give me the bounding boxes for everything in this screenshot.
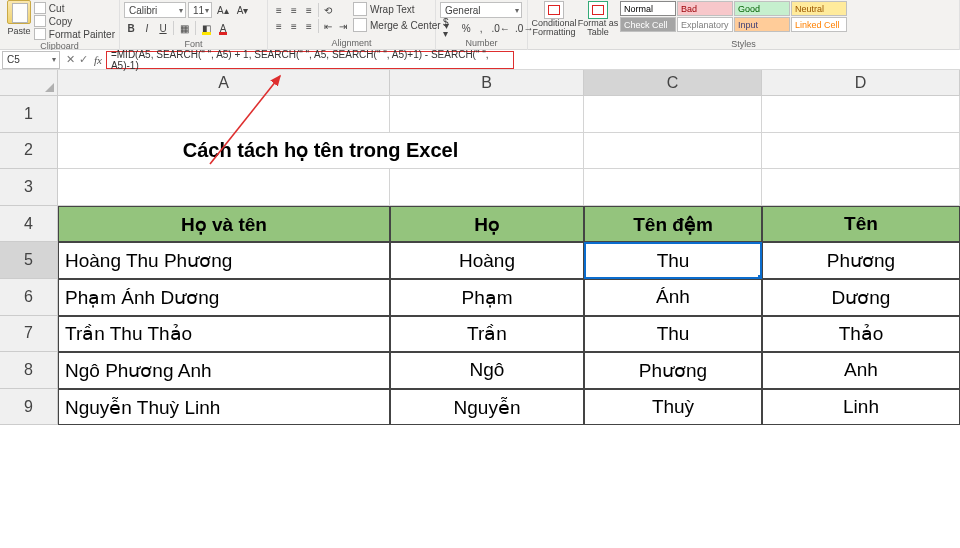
- cell-A1[interactable]: [58, 96, 390, 133]
- cell-style-check-cell[interactable]: Check Cell: [620, 17, 676, 32]
- row-header-6[interactable]: 6: [0, 279, 58, 316]
- cell-D7[interactable]: Thảo: [762, 316, 960, 353]
- currency-button[interactable]: $ ▾: [440, 20, 458, 36]
- cancel-formula-button[interactable]: ✕: [66, 53, 75, 66]
- cell-A2[interactable]: Cách tách họ tên trong Excel: [58, 133, 584, 170]
- font-family-combo[interactable]: Calibri: [124, 2, 186, 18]
- cell-style-input[interactable]: Input: [734, 17, 790, 32]
- align-left-button[interactable]: ≡: [272, 18, 286, 34]
- percent-button[interactable]: %: [459, 20, 473, 36]
- font-size-combo[interactable]: 11: [188, 2, 212, 18]
- cell-A5[interactable]: Hoàng Thu Phương: [58, 242, 390, 279]
- cell-styles-gallery[interactable]: NormalBadGoodNeutralCheck CellExplanator…: [620, 1, 847, 32]
- cell-D4[interactable]: Tên: [762, 206, 960, 243]
- comma-button[interactable]: ,: [474, 20, 488, 36]
- cell-D9[interactable]: Linh: [762, 389, 960, 426]
- cell-B9[interactable]: Nguyễn: [390, 389, 584, 426]
- paste-label: Paste: [7, 26, 30, 36]
- cell-style-explanatory-[interactable]: Explanatory …: [677, 17, 733, 32]
- cell-A9[interactable]: Nguyễn Thuỳ Linh: [58, 389, 390, 426]
- align-center-button[interactable]: ≡: [287, 18, 301, 34]
- cell-A8[interactable]: Ngô Phương Anh: [58, 352, 390, 389]
- copy-button[interactable]: Copy: [34, 15, 115, 27]
- row-header-1[interactable]: 1: [0, 96, 58, 133]
- align-bottom-button[interactable]: ≡: [302, 2, 316, 18]
- column-header-A[interactable]: A: [58, 70, 390, 96]
- row-header-3[interactable]: 3: [0, 169, 58, 206]
- cell-B4[interactable]: Họ: [390, 206, 584, 243]
- cell-D1[interactable]: [762, 96, 960, 133]
- cell-A3[interactable]: [58, 169, 390, 206]
- wrap-text-button[interactable]: Wrap Text: [353, 2, 449, 16]
- paste-icon: [7, 0, 31, 24]
- bold-button[interactable]: B: [124, 20, 138, 36]
- row-header-2[interactable]: 2: [0, 133, 58, 170]
- cell-A4[interactable]: Họ và tên: [58, 206, 390, 243]
- decrease-font-button[interactable]: A▾: [234, 2, 252, 18]
- cell-A7[interactable]: Trần Thu Thảo: [58, 316, 390, 353]
- cell-C4[interactable]: Tên đệm: [584, 206, 762, 243]
- fill-color-button[interactable]: ◧: [199, 20, 214, 36]
- increase-decimal-button[interactable]: .0←: [489, 20, 512, 36]
- row-header-7[interactable]: 7: [0, 316, 58, 353]
- column-header-B[interactable]: B: [390, 70, 584, 96]
- cell-style-neutral[interactable]: Neutral: [791, 1, 847, 16]
- column-header-D[interactable]: D: [762, 70, 960, 96]
- align-right-button[interactable]: ≡: [302, 18, 316, 34]
- cell-D3[interactable]: [762, 169, 960, 206]
- cell-B5[interactable]: Hoàng: [390, 242, 584, 279]
- cell-A6[interactable]: Phạm Ánh Dương: [58, 279, 390, 316]
- cut-button[interactable]: Cut: [34, 2, 115, 14]
- orientation-button[interactable]: ⟲: [321, 2, 335, 18]
- cell-B7[interactable]: Trần: [390, 316, 584, 353]
- number-format-combo[interactable]: General: [440, 2, 522, 18]
- font-color-button[interactable]: A: [216, 20, 230, 36]
- row-header-5[interactable]: 5: [0, 242, 58, 279]
- borders-button[interactable]: ▦: [177, 20, 192, 36]
- select-all-corner[interactable]: [0, 70, 58, 96]
- increase-indent-button[interactable]: ⇥: [336, 18, 350, 34]
- cell-style-bad[interactable]: Bad: [677, 1, 733, 16]
- column-header-C[interactable]: C: [584, 70, 762, 96]
- row-header-4[interactable]: 4: [0, 206, 58, 243]
- cell-D8[interactable]: Anh: [762, 352, 960, 389]
- cell-C5[interactable]: Thu: [584, 242, 762, 279]
- underline-button[interactable]: U: [156, 20, 170, 36]
- increase-font-button[interactable]: A▴: [214, 2, 232, 18]
- cell-C9[interactable]: Thuỳ: [584, 389, 762, 426]
- align-middle-button[interactable]: ≡: [287, 2, 301, 18]
- decrease-indent-button[interactable]: ⇤: [321, 18, 335, 34]
- conditional-formatting-button[interactable]: Conditional Formatting: [532, 1, 576, 38]
- row-header-9[interactable]: 9: [0, 389, 58, 426]
- cell-style-linked-cell[interactable]: Linked Cell: [791, 17, 847, 32]
- cell-style-good[interactable]: Good: [734, 1, 790, 16]
- cell-C6[interactable]: Ánh: [584, 279, 762, 316]
- cell-D2[interactable]: [762, 133, 960, 170]
- cell-style-normal[interactable]: Normal: [620, 1, 676, 16]
- cell-C7[interactable]: Thu: [584, 316, 762, 353]
- format-as-table-button[interactable]: Format as Table: [576, 1, 620, 38]
- group-title-number: Number: [440, 37, 523, 49]
- formula-bar-row: C5 ✕ ✓ fx =MID(A5, SEARCH(" ", A5) + 1, …: [0, 50, 960, 70]
- merge-center-button[interactable]: Merge & Center ▾: [353, 18, 449, 32]
- cell-C1[interactable]: [584, 96, 762, 133]
- row-6: Phạm Ánh DươngPhạmÁnhDương: [58, 279, 960, 316]
- cell-C8[interactable]: Phương: [584, 352, 762, 389]
- row-header-8[interactable]: 8: [0, 352, 58, 389]
- fx-icon[interactable]: fx: [94, 54, 106, 66]
- align-top-button[interactable]: ≡: [272, 2, 286, 18]
- name-box[interactable]: C5: [2, 51, 60, 69]
- paste-button[interactable]: Paste: [4, 0, 34, 36]
- cell-B3[interactable]: [390, 169, 584, 206]
- format-painter-button[interactable]: Format Painter: [34, 28, 115, 40]
- cell-B1[interactable]: [390, 96, 584, 133]
- italic-button[interactable]: I: [140, 20, 154, 36]
- cell-C2[interactable]: [584, 133, 762, 170]
- cell-D5[interactable]: Phương: [762, 242, 960, 279]
- cell-B8[interactable]: Ngô: [390, 352, 584, 389]
- cell-B6[interactable]: Phạm: [390, 279, 584, 316]
- formula-bar[interactable]: =MID(A5, SEARCH(" ", A5) + 1, SEARCH(" "…: [106, 51, 514, 69]
- cell-C3[interactable]: [584, 169, 762, 206]
- enter-formula-button[interactable]: ✓: [79, 53, 88, 66]
- cell-D6[interactable]: Dương: [762, 279, 960, 316]
